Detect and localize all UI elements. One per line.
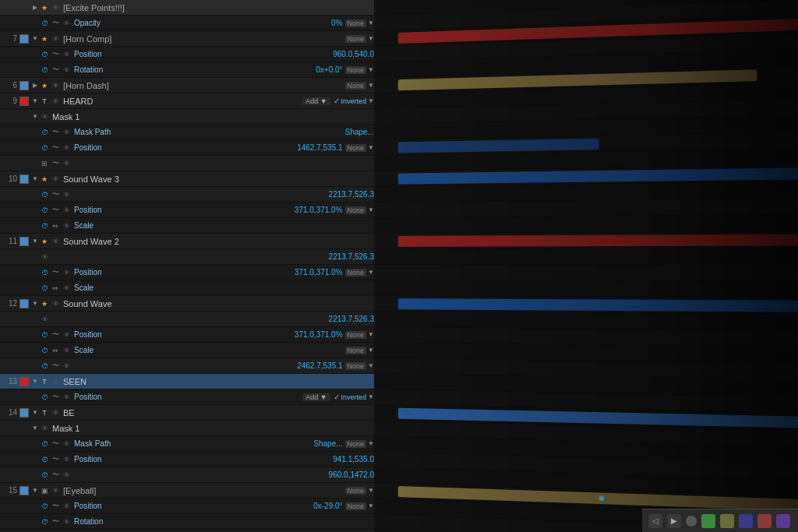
layer-row-13[interactable]: 13▼T👁SEEN [0, 374, 374, 389]
track-bar-15-0[interactable] [398, 234, 798, 247]
eye-icon-9[interactable]: 👁 [61, 143, 72, 153]
eye-icon-11[interactable]: 👁 [50, 174, 61, 185]
track-bar-11-0[interactable] [398, 167, 798, 185]
layer-sub-row-32[interactable]: ⏱〜👁Position0x-29.0°None▼ [0, 499, 374, 514]
layer-row-14[interactable]: 14▼T👁BE [0, 405, 374, 421]
layer-sub-row-16[interactable]: 👁2213.7,526.3 [0, 249, 374, 265]
layer-sub-row-21[interactable]: ⏱〜👁Position371.0,371.0%None▼ [0, 327, 374, 343]
eye-icon-28[interactable]: 👁 [61, 439, 72, 449]
layer-row-11[interactable]: 11▼★👁Sound Wave 2 [0, 234, 374, 249]
toggle-24[interactable]: ▼ [31, 378, 39, 386]
eye-icon-1[interactable]: 👁 [61, 18, 72, 29]
layer-row-6[interactable]: 6▶★👁[Horn Dash]None▼ [0, 78, 374, 93]
layer-sub-row-20[interactable]: 👁2213.7,526.3 [0, 312, 374, 327]
dropdown-arrow-4[interactable]: ▼ [368, 66, 374, 73]
eye-icon-6[interactable]: 👁 [50, 96, 61, 107]
toggle-27[interactable]: ▼ [31, 425, 39, 432]
toggle-26[interactable]: ▼ [31, 409, 39, 417]
eye-icon-33[interactable]: 👁 [61, 516, 72, 527]
eye-icon-12[interactable]: 👁 [61, 189, 72, 200]
layer-row-12[interactable]: 12▼★👁Sound Wave [0, 296, 374, 312]
eye-icon-23[interactable]: 👁 [61, 361, 72, 372]
add-badge-25[interactable]: Add ▼ [302, 393, 330, 401]
toolbar-icon-6[interactable] [739, 514, 753, 528]
eye-icon-24[interactable]: 👁 [50, 376, 61, 387]
eye-icon-15[interactable]: 👁 [50, 236, 61, 247]
eye-icon-32[interactable]: 👁 [61, 501, 72, 512]
toggle-5[interactable]: ▶ [31, 82, 39, 90]
layer-sub-row-28[interactable]: ⏱〜👁Mask PathShape...None▼ [0, 436, 374, 452]
layer-sub-row-33[interactable]: ⏱〜👁Rotation [0, 514, 374, 530]
layer-row-15[interactable]: 15▼▣👁[Eyeball]None▼ [0, 483, 374, 499]
eye-icon-4[interactable]: 👁 [61, 65, 72, 76]
eye-icon-14[interactable]: 👁 [61, 220, 72, 231]
eye-icon-25[interactable]: 👁 [61, 392, 72, 403]
layer-sub-row-30[interactable]: ⏱〜👁960.0,1472.0 [0, 467, 374, 483]
eye-icon-30[interactable]: 👁 [61, 470, 72, 481]
dropdown-arrow-31[interactable]: ▼ [368, 487, 374, 494]
layer-sub-row-3[interactable]: ⏱〜👁Position960.0,540.0 [0, 47, 374, 62]
layer-sub-row-22[interactable]: ⏱⇔👁ScaleNone▼ [0, 343, 374, 358]
eye-icon-20[interactable]: 👁 [39, 314, 50, 325]
eye-icon-19[interactable]: 👁 [50, 298, 61, 309]
layer-sub-row-10[interactable]: ⊞〜👁 [0, 156, 374, 171]
layer-sub-row-7[interactable]: ▼👁Mask 1 [0, 109, 374, 125]
toolbar-icon-3[interactable] [686, 516, 697, 527]
eye-icon-22[interactable]: 👁 [61, 345, 72, 356]
dropdown-arrow-23[interactable]: ▼ [368, 362, 374, 369]
eye-icon-17[interactable]: 👁 [61, 267, 72, 278]
eye-icon-3[interactable]: 👁 [61, 49, 72, 60]
dropdown-arrow-1[interactable]: ▼ [368, 19, 374, 26]
track-bar-9-0[interactable] [398, 139, 598, 153]
layer-sub-row-17[interactable]: ⏱〜👁Position371.0,371.0%None▼ [0, 265, 374, 280]
toolbar-icon-5[interactable] [720, 514, 734, 528]
track-bar-19-0[interactable] [398, 298, 798, 312]
layer-sub-row-1[interactable]: ⏱〜👁Opacity0%None▼ [0, 16, 374, 31]
eye-icon-18[interactable]: 👁 [61, 283, 72, 294]
toggle-6[interactable]: ▼ [31, 97, 39, 105]
eye-icon-2[interactable]: 👁 [50, 33, 61, 44]
layer-sub-row-13[interactable]: ⏱〜👁Position371.0,371.0%None▼ [0, 203, 374, 218]
layer-sub-row-18[interactable]: ⏱⇔👁Scale [0, 280, 374, 296]
toolbar-icon-2[interactable]: ▶ [667, 514, 681, 528]
layer-row-7[interactable]: 7▼★👁[Horn Comp]None▼ [0, 31, 374, 47]
dropdown-arrow-32[interactable]: ▼ [368, 502, 374, 509]
dropdown-arrow-2[interactable]: ▼ [368, 35, 374, 42]
eye-icon-10[interactable]: 👁 [61, 158, 72, 169]
layer-sub-row-9[interactable]: ⏱〜👁Position1462.7,535.1None▼ [0, 140, 374, 156]
toolbar-icon-8[interactable] [776, 514, 790, 528]
eye-icon-8[interactable]: 👁 [61, 127, 72, 138]
dropdown-arrow-17[interactable]: ▼ [368, 269, 374, 276]
layer-sub-row-12[interactable]: ⏱〜👁2213.7,526.3 [0, 187, 374, 203]
eye-icon-7[interactable]: 👁 [39, 111, 50, 122]
dropdown-arrow-21[interactable]: ▼ [368, 331, 374, 338]
dropdown-arrow-9[interactable]: ▼ [368, 144, 374, 151]
toggle-15[interactable]: ▼ [31, 238, 39, 245]
eye-icon-13[interactable]: 👁 [61, 205, 72, 216]
layer-sub-row-0[interactable]: ▶★👁[Excite Points!!!] [0, 0, 374, 16]
layer-sub-row-8[interactable]: ⏱〜👁Mask PathShape... [0, 125, 374, 140]
add-badge-6[interactable]: Add ▼ [302, 97, 330, 105]
toggle-19[interactable]: ▼ [31, 300, 39, 308]
layer-sub-row-25[interactable]: ⏱〜👁PositionAdd ▼✓Inverted▼ [0, 389, 374, 405]
dropdown-arrow-22[interactable]: ▼ [368, 347, 374, 354]
eye-icon-0[interactable]: 👁 [50, 2, 61, 13]
toolbar-icon-1[interactable]: ◁ [648, 514, 662, 528]
layer-sub-row-14[interactable]: ⏱⇔👁Scale [0, 218, 374, 234]
layer-sub-row-29[interactable]: ⏱〜👁Position941.1,535.0 [0, 452, 374, 467]
layer-sub-row-23[interactable]: ⏱〜👁2462.7,535.1None▼ [0, 358, 374, 374]
toggle-2[interactable]: ▼ [31, 35, 39, 43]
eye-icon-21[interactable]: 👁 [61, 329, 72, 340]
dropdown-arrow-13[interactable]: ▼ [368, 206, 374, 213]
layer-row-9[interactable]: 9▼T👁HEARDAdd ▼✓Inverted▼ [0, 93, 374, 109]
layer-row-10[interactable]: 10▼★👁Sound Wave 3 [0, 171, 374, 187]
eye-icon-31[interactable]: 👁 [50, 485, 61, 496]
toggle-31[interactable]: ▼ [31, 487, 39, 495]
toggle-0[interactable]: ▶ [31, 4, 39, 12]
toolbar-icon-4[interactable] [701, 514, 715, 528]
dropdown-arrow-25[interactable]: ▼ [368, 393, 374, 400]
eye-icon-26[interactable]: 👁 [50, 407, 61, 418]
dropdown-arrow-5[interactable]: ▼ [368, 82, 374, 89]
eye-icon-5[interactable]: 👁 [50, 80, 61, 91]
layer-sub-row-4[interactable]: ⏱〜👁Rotation0x+0.0°None▼ [0, 62, 374, 78]
